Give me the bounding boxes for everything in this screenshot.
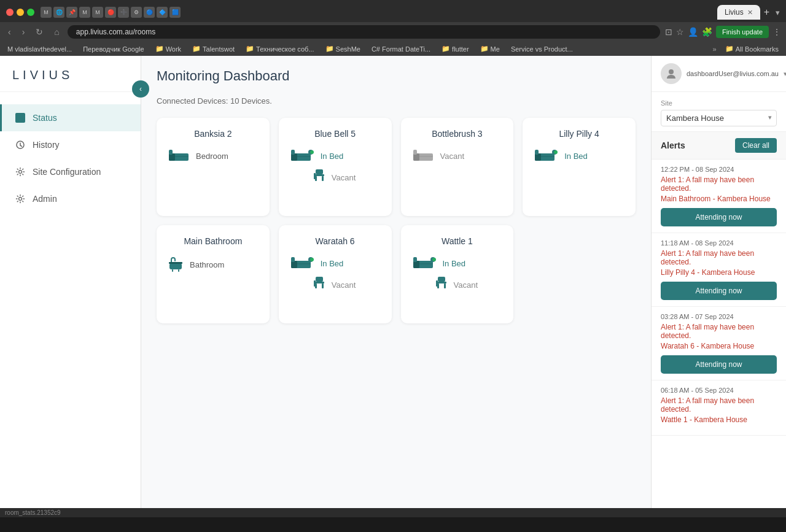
alert-time-2: 03:28 AM - 07 Sep 2024 (661, 313, 777, 320)
more-bookmarks[interactable]: » (713, 45, 717, 53)
room-card-bottlebrush-3[interactable]: Bottlebrush 3 Vacant (401, 118, 514, 216)
room-status-waratah-bed: In Bed (290, 255, 381, 272)
svg-rect-16 (322, 176, 324, 181)
alert-message-0: Alert 1: A fall may have been detected. (661, 175, 777, 193)
page-title: Monitoring Dashboard (157, 68, 636, 84)
bookmark-service[interactable]: Service vs Product... (508, 44, 575, 54)
url-bar[interactable] (68, 25, 660, 39)
logo-text: LIVIUS (12, 68, 73, 82)
bookmark-work[interactable]: 📁 Work (153, 44, 184, 54)
user-menu-chevron[interactable]: ▾ (784, 70, 786, 78)
rooms-grid: Banksia 2 Bedroom Blue Bell 5 (157, 118, 636, 323)
room-card-lilly-pilly-4[interactable]: Lilly Pilly 4 In Bed (523, 118, 636, 216)
reload-button[interactable]: ↻ (33, 25, 46, 39)
svg-rect-17 (314, 173, 316, 179)
attending-button-0[interactable]: Attending now (661, 208, 777, 226)
right-panel: Monitoring Dashboard dashboardUser@liviu… (651, 56, 786, 508)
admin-icon (14, 193, 26, 205)
svg-rect-42 (314, 280, 316, 287)
maximize-dot[interactable] (27, 9, 34, 16)
back-button[interactable]: ‹ (5, 25, 14, 39)
svg-rect-49 (438, 277, 445, 282)
room-title-banksia-2: Banksia 2 (168, 129, 259, 139)
svg-rect-9 (291, 156, 311, 157)
sidebar-item-status[interactable]: Status (0, 104, 141, 131)
tab-menu-icon[interactable]: ▾ (776, 8, 780, 17)
site-config-icon (14, 166, 26, 178)
room-card-wattle-1[interactable]: Wattle 1 In Bed (401, 225, 514, 323)
svg-rect-25 (535, 150, 539, 155)
room-status-text-lilly-pilly: In Bed (564, 152, 588, 161)
favicon-9: 🔵 (144, 7, 155, 18)
room-title-lilly-pilly-4: Lilly Pilly 4 (534, 129, 625, 139)
sidebar-item-admin[interactable]: Admin (0, 185, 141, 212)
folder-icon-7: 📁 (725, 45, 734, 53)
svg-rect-34 (291, 263, 311, 264)
sidebar: LIVIUS ‹ Status History (0, 56, 141, 508)
svg-rect-5 (169, 156, 189, 157)
site-selector-area: Site Kambera House (652, 92, 786, 132)
room-status-wattle-chair: Vacant (435, 277, 503, 293)
clear-all-button[interactable]: Clear all (735, 138, 777, 153)
favicon-11: 🟦 (169, 7, 181, 18)
svg-point-27 (554, 150, 558, 154)
room-card-waratah-6[interactable]: Waratah 6 In Bed (279, 225, 392, 323)
status-bar-text: room_stats.21352c9 (5, 509, 61, 516)
bookmark-vladislav[interactable]: M vladislavthedevel... (5, 44, 74, 54)
alert-message-2: Alert 1: A fall may have been detected. (661, 323, 777, 340)
svg-rect-53 (436, 280, 438, 287)
forward-button[interactable]: › (19, 25, 28, 39)
room-title-blue-bell-5: Blue Bell 5 (290, 129, 381, 139)
bookmark-all[interactable]: 📁 All Bookmarks (723, 44, 781, 54)
minimize-dot[interactable] (17, 9, 24, 16)
favicon-3: 📌 (66, 7, 77, 18)
room-card-banksia-2[interactable]: Banksia 2 Bedroom (157, 118, 270, 216)
attending-button-1[interactable]: Attending now (661, 282, 777, 300)
sidebar-item-history[interactable]: History (0, 131, 141, 158)
profile-icon[interactable]: 👤 (688, 27, 698, 37)
bookmark-csharp[interactable]: C# Format DateTi... (369, 44, 433, 54)
bookmark-seshme[interactable]: 📁 SeshMe (323, 44, 363, 54)
home-button[interactable]: ⌂ (51, 25, 62, 39)
favicon-1: M (41, 7, 52, 18)
menu-icon[interactable]: ⋮ (772, 27, 781, 37)
room-card-blue-bell-5[interactable]: Blue Bell 5 In Bed (279, 118, 392, 216)
alert-item-1: 11:18 AM - 08 Sep 2024 Alert 1: A fall m… (652, 233, 786, 307)
close-dot[interactable] (6, 9, 14, 16)
bath-icon-main-bathroom (168, 255, 184, 274)
new-tab-button[interactable]: + (760, 6, 773, 19)
svg-rect-41 (322, 283, 324, 288)
site-select[interactable]: Kambera House (661, 110, 777, 126)
extension-icon[interactable]: 🧩 (702, 27, 712, 37)
cast-icon[interactable]: ⊡ (665, 27, 672, 37)
bookmark-talentswot[interactable]: 📁 Talentswot (190, 44, 237, 54)
bookmark-me[interactable]: 📁 Me (478, 44, 502, 54)
close-tab-icon[interactable]: ✕ (747, 9, 753, 17)
svg-rect-6 (169, 150, 173, 155)
svg-rect-10 (291, 150, 295, 155)
bookmark-flutter[interactable]: 📁 flutter (439, 44, 472, 54)
room-status-main-bathroom: Bathroom (168, 255, 259, 274)
favicon-5: M (92, 7, 103, 18)
sidebar-toggle-button[interactable]: ‹ (132, 80, 149, 98)
star-icon[interactable]: ☆ (676, 27, 684, 37)
bookmark-translator[interactable]: Переводчик Google (80, 44, 147, 54)
folder-icon-5: 📁 (442, 45, 450, 53)
user-avatar (661, 63, 682, 84)
logo-area: LIVIUS (0, 56, 141, 92)
attending-button-2[interactable]: Attending now (661, 355, 777, 374)
active-browser-tab[interactable]: Livius ✕ (717, 5, 760, 20)
bookmark-tech[interactable]: 📁 Техническое соб... (243, 44, 316, 54)
room-status-text-bottlebrush: Vacant (440, 152, 465, 161)
folder-icon-3: 📁 (246, 45, 254, 53)
room-card-main-bathroom[interactable]: Main Bathroom Bathroom (157, 225, 270, 323)
svg-rect-20 (413, 156, 433, 157)
room-status-waratah-chair: Vacant (313, 277, 381, 293)
finish-update-button[interactable]: Finish update (716, 26, 769, 38)
chair-icon-bluebell (313, 169, 325, 185)
status-bar: room_stats.21352c9 (0, 508, 786, 517)
bed-icon-bottlebrush (412, 147, 434, 164)
sidebar-item-site-config[interactable]: Site Configuration (0, 158, 141, 185)
svg-rect-45 (413, 263, 433, 264)
svg-point-54 (669, 69, 674, 74)
